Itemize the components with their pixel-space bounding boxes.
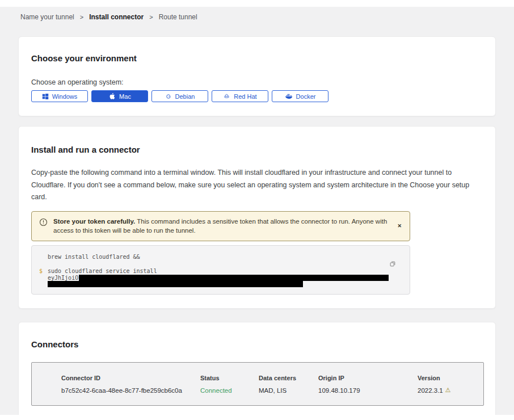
connectors-table: Connector ID Status Data centers Origin … [31, 362, 484, 406]
bottom-strip [0, 415, 514, 420]
os-button-label: Debian [175, 93, 195, 100]
environment-card-title: Choose your environment [31, 53, 483, 64]
connectors-card-title: Connectors [31, 339, 483, 350]
choose-environment-card: Choose your environment Choose an operat… [18, 36, 496, 116]
copy-icon[interactable] [388, 259, 397, 268]
windows-icon [42, 93, 49, 100]
version-value: 2022.3.1 [418, 387, 443, 394]
breadcrumb-install-connector[interactable]: Install connector [89, 13, 144, 21]
breadcrumb-separator: > [149, 14, 153, 20]
debian-icon [165, 93, 172, 100]
install-connector-card: Install and run a connector Copy-paste t… [18, 126, 496, 309]
os-button-docker[interactable]: Docker [272, 90, 328, 102]
install-command-code-block: brew install cloudflared && $ sudo cloud… [31, 245, 410, 295]
os-button-mac[interactable]: Mac [91, 90, 148, 102]
breadcrumb-name-your-tunnel[interactable]: Name your tunnel [20, 13, 74, 21]
redacted-token-bar [48, 281, 303, 287]
os-button-label: Windows [52, 93, 78, 100]
os-button-debian[interactable]: Debian [151, 90, 208, 102]
breadcrumb-route-tunnel[interactable]: Route tunnel [159, 13, 197, 21]
version-warning-icon: ⚠ [445, 387, 451, 394]
os-button-windows[interactable]: Windows [31, 90, 88, 102]
os-button-label: Red Hat [234, 93, 256, 100]
docker-icon [285, 93, 293, 99]
column-header-origin-ip: Origin IP [318, 375, 418, 382]
column-header-connector-id: Connector ID [61, 375, 200, 382]
info-circle-icon [39, 218, 48, 236]
top-strip [0, 0, 514, 7]
token-warning-text: Store your token carefully. This command… [53, 217, 390, 236]
token-warning-title: Store your token carefully. [53, 218, 135, 225]
apple-icon [108, 93, 116, 100]
breadcrumb-separator: > [80, 14, 83, 20]
install-description: Copy-paste the following command into a … [31, 167, 483, 204]
breadcrumb: Name your tunnel > Install connector > R… [0, 7, 514, 21]
code-line-token: eyJhIjoiO [48, 275, 402, 281]
connectors-table-row: b7c52c42-6caa-48ee-8c77-fbe259cb6c0a Con… [61, 387, 478, 394]
connectors-table-header: Connector ID Status Data centers Origin … [61, 375, 478, 382]
code-line-service-install: sudo cloudflared service install [48, 268, 402, 275]
code-command-row: $ sudo cloudflared service install eyJhI… [48, 268, 402, 287]
os-button-label: Docker [296, 93, 316, 100]
install-card-title: Install and run a connector [31, 145, 483, 155]
version-value-cell: 2022.3.1 ⚠ [418, 387, 478, 394]
token-warning-banner: Store your token carefully. This command… [31, 211, 410, 241]
token-prefix-text: eyJhIjoiO [48, 275, 78, 281]
connectors-card: Connectors Connector ID Status Data cent… [18, 322, 496, 420]
shell-prompt: $ [39, 268, 43, 274]
close-icon[interactable]: ✕ [395, 221, 404, 231]
connector-status-value: Connected [200, 387, 259, 394]
data-centers-value: MAD, LIS [259, 387, 318, 394]
os-select-label: Choose an operating system: [31, 78, 483, 86]
connector-id-value: b7c52c42-6caa-48ee-8c77-fbe259cb6c0a [61, 387, 200, 394]
origin-ip-value: 109.48.10.179 [318, 387, 418, 394]
os-button-redhat[interactable]: Red Hat [212, 90, 268, 102]
code-line-brew-install: brew install cloudflared && [48, 253, 402, 261]
os-button-label: Mac [119, 93, 131, 100]
os-button-group: Windows Mac Debian [31, 90, 483, 102]
column-header-version: Version [418, 375, 478, 382]
column-header-status: Status [200, 375, 259, 382]
column-header-data-centers: Data centers [259, 375, 318, 382]
redacted-token-bar [79, 275, 389, 281]
redhat-icon [223, 93, 230, 100]
